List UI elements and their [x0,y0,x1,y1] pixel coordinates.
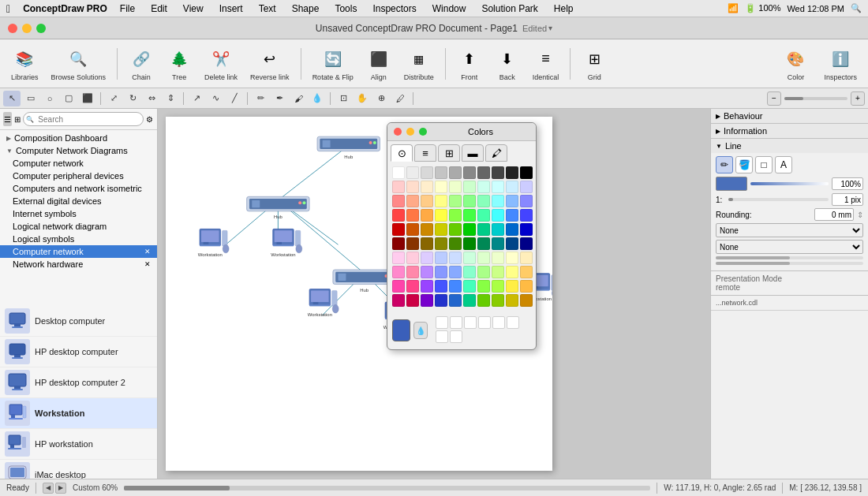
color-recent-2[interactable] [450,316,462,329]
toolbar-back[interactable]: ⬇ Back [490,45,525,83]
app-name[interactable]: ConceptDraw PRO [23,3,107,14]
color-cell[interactable] [449,209,462,222]
tool-flip-h[interactable]: ⇔ [143,91,160,106]
lib-item-workstation[interactable]: Workstation [0,398,157,429]
color-cell[interactable] [421,280,433,293]
color-cell[interactable] [520,181,533,193]
color-cell[interactable] [406,294,419,307]
color-cell[interactable] [463,223,476,236]
color-cell[interactable] [506,181,518,193]
apple-menu[interactable]:  [6,2,10,15]
opacity-input[interactable] [832,177,863,190]
tool-transform[interactable]: ⤢ [105,91,122,106]
sidebar-item-cnd[interactable]: ▼ Computer Network Diagrams [0,144,157,157]
color-cell[interactable] [477,181,490,193]
color-cell[interactable] [406,266,419,278]
toolbar-inspectors[interactable]: ℹ️ Inspectors [819,45,862,83]
sidebar-item-peripherals[interactable]: Computer peripheral devices [0,170,157,182]
color-cell[interactable] [435,266,447,278]
line-tool-fill[interactable]: 🪣 [735,156,753,173]
color-cell[interactable] [406,223,419,236]
tool-ellipse[interactable]: ○ [41,91,58,106]
color-cell[interactable] [492,266,504,278]
color-recent-7[interactable] [436,330,448,343]
color-cell[interactable] [435,181,447,193]
color-cell[interactable] [506,195,518,207]
color-cell[interactable] [449,266,462,278]
tool-shape4[interactable]: ⬛ [79,91,96,106]
color-cell[interactable] [520,252,533,264]
color-cell[interactable] [492,195,504,207]
color-cell[interactable] [477,237,490,250]
color-cell[interactable] [421,252,433,264]
color-cell[interactable] [520,166,533,179]
close-badge2[interactable]: ✕ [144,260,151,268]
sidebar-item-computer-network[interactable]: Computer network [0,157,157,170]
color-cell[interactable] [520,223,533,236]
color-cell[interactable] [406,166,419,179]
color-cell[interactable] [449,223,462,236]
menu-file[interactable]: File [117,3,138,14]
color-cell[interactable] [492,237,504,250]
toolbar-rotate[interactable]: 🔄 Rotate & Flip [308,45,358,83]
toolbar-align[interactable]: ⬛ Align [361,45,396,83]
sidebar-item-composition[interactable]: ▶ Composition Dashboard [0,132,157,144]
extra-slider-track-2[interactable] [716,262,863,265]
color-recent-6[interactable] [507,316,519,329]
color-cell[interactable] [392,195,405,207]
maximize-button[interactable] [36,24,46,33]
sidebar-item-network-hardware[interactable]: Network hardware ✕ [0,258,157,270]
color-cell[interactable] [406,181,419,193]
color-cell[interactable] [506,294,518,307]
colors-tab-palette[interactable]: ⊞ [438,144,460,162]
color-cell[interactable] [392,294,405,307]
color-cell[interactable] [463,209,476,222]
menu-inspectors[interactable]: Inspectors [369,3,419,14]
sidebar-item-logical-network[interactable]: Logical network diagram [0,220,157,233]
width-input[interactable] [832,193,863,206]
color-cell[interactable] [392,280,405,293]
colors-tab-sliders[interactable]: ≡ [414,144,436,162]
color-cell[interactable] [421,195,433,207]
color-cell[interactable] [520,266,533,278]
color-cell[interactable] [421,266,433,278]
color-cell[interactable] [435,166,447,179]
color-cell[interactable] [421,181,433,193]
tool-rotate[interactable]: ↻ [124,91,141,106]
color-cell[interactable] [449,237,462,250]
color-cell[interactable] [477,266,490,278]
color-cell[interactable] [421,166,433,179]
tool-select[interactable]: ↖ [3,91,21,106]
color-cell[interactable] [506,252,518,264]
color-cell[interactable] [449,252,462,264]
panel-information-header[interactable]: ▶ Information [711,124,868,138]
color-cell[interactable] [392,237,405,250]
color-cell[interactable] [406,252,419,264]
tool-eyedropper[interactable]: 💧 [309,91,326,106]
color-cell[interactable] [492,280,504,293]
color-cell[interactable] [492,181,504,193]
zoom-out[interactable]: − [767,91,781,106]
toolbar-distribute[interactable]: ▦ Distribute [399,45,439,83]
color-cell[interactable] [449,181,462,193]
color-cell[interactable] [435,195,447,207]
toolbar-chain[interactable]: 🔗 Chain [124,45,159,83]
color-cell[interactable] [449,294,462,307]
color-cell[interactable] [435,294,447,307]
color-cell[interactable] [463,181,476,193]
close-badge[interactable]: ✕ [144,248,151,255]
menu-tools[interactable]: Tools [331,3,360,14]
color-cell[interactable] [492,223,504,236]
menu-text[interactable]: Text [256,3,279,14]
color-cell[interactable] [392,266,405,278]
sidebar-grid-view[interactable]: ⊞ [13,112,22,126]
toolbar-browse[interactable]: 🔍 Browse Solutions [47,45,111,83]
scroll-next[interactable]: ▶ [55,483,66,494]
search-icon[interactable]: 🔍 [851,3,862,13]
color-cell[interactable] [449,166,462,179]
color-cell[interactable] [406,195,419,207]
tool-bezier[interactable]: ∿ [207,91,224,106]
tool-crosshair[interactable]: ⊕ [372,91,390,106]
toolbar-reverse-link[interactable]: ↩ Reverse link [245,45,294,83]
sidebar-item-external-digital[interactable]: External digital devices [0,195,157,207]
